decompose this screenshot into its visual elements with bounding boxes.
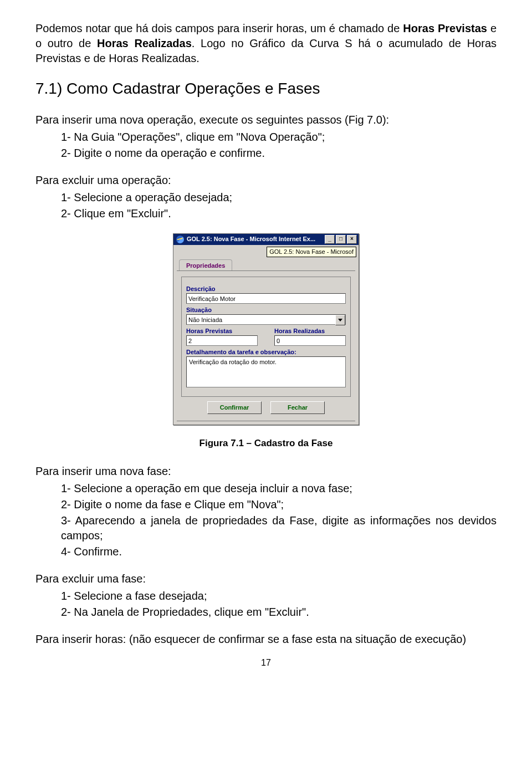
paragraph-1: Podemos notar que há dois campos para in… xyxy=(35,21,497,66)
tab-row: Propriedades xyxy=(173,257,359,271)
list-item: 2- Digite o nome da fase e Clique em "No… xyxy=(61,497,497,512)
situacao-value[interactable] xyxy=(186,314,346,325)
chevron-down-icon xyxy=(338,319,342,321)
list-item: 1- Na Guia "Operações", clique em "Nova … xyxy=(61,130,497,145)
label-descricao: Descrição xyxy=(186,285,346,293)
figure-caption: Figura 7.1 – Cadastro da Fase xyxy=(35,437,497,450)
section-heading: 7.1) Como Cadastrar Operações e Fases xyxy=(35,78,497,99)
label-situacao: Situação xyxy=(186,306,346,314)
titlebar[interactable]: GOL 2.5: Nova Fase - Microsoft Internet … xyxy=(173,234,359,245)
list-item: 2- Digite o nome da operação e confirme. xyxy=(61,146,497,161)
maximize-button[interactable]: □ xyxy=(336,235,346,244)
window-title: GOL 2.5: Nova Fase - Microsoft Internet … xyxy=(187,235,315,243)
dialog-window: GOL 2.5: Nova Fase - Microsoft Internet … xyxy=(173,233,359,425)
list-item: 2- Clique em "Excluir". xyxy=(61,206,497,221)
dropdown-button[interactable] xyxy=(335,315,345,325)
term-horas-previstas: Horas Previstas xyxy=(403,22,487,34)
document-page: Podemos notar que há dois campos para in… xyxy=(0,0,532,686)
close-button[interactable]: × xyxy=(347,235,357,244)
label-detalhamento: Detalhamento da tarefa e observação: xyxy=(186,348,346,356)
form-panel: Descrição Situação Horas Previstas Hor xyxy=(181,277,351,396)
label-horas-previstas: Horas Previstas xyxy=(186,327,258,335)
descricao-input[interactable] xyxy=(186,293,346,304)
fechar-button[interactable]: Fechar xyxy=(270,401,325,414)
list-item: 1- Selecione a operação desejada; xyxy=(61,190,497,205)
list-item: 4- Confirme. xyxy=(61,544,497,559)
list-item: 3- Aparecendo a janela de propriedades d… xyxy=(61,513,497,543)
list-item: 1- Selecione a operação em que deseja in… xyxy=(61,481,497,496)
list-item: 1- Selecione a fase desejada; xyxy=(61,589,497,604)
list-item: 2- Na Janela de Propriedades, clique em … xyxy=(61,605,497,620)
detalhamento-textarea[interactable] xyxy=(186,356,346,387)
paragraph-2: Para inserir uma nova operação, execute … xyxy=(35,113,497,127)
ordered-list-4: 1- Selecione a fase desejada; 2- Na Jane… xyxy=(61,589,497,620)
horas-previstas-input[interactable] xyxy=(186,335,258,346)
paragraph-3: Para excluir uma operação: xyxy=(35,173,497,188)
minimize-button[interactable]: _ xyxy=(325,235,335,244)
label-horas-realizadas: Horas Realizadas xyxy=(274,327,346,335)
button-row: Confirmar Fechar xyxy=(173,401,359,414)
ie-icon xyxy=(176,236,184,243)
paragraph-6: Para inserir horas: (não esquecer de con… xyxy=(35,632,497,647)
tab-propriedades[interactable]: Propriedades xyxy=(179,259,232,271)
horas-realizadas-input[interactable] xyxy=(274,335,346,346)
confirmar-button[interactable]: Confirmar xyxy=(207,401,262,414)
divider xyxy=(177,270,355,271)
ordered-list-3: 1- Selecione a operação em que deseja in… xyxy=(61,481,497,559)
text: Podemos notar que há dois campos para in… xyxy=(35,22,403,34)
situacao-select[interactable] xyxy=(186,314,346,325)
tooltip-bar: GOL 2.5: Nova Fase - Microsof xyxy=(173,245,359,257)
figure-wrap: GOL 2.5: Nova Fase - Microsoft Internet … xyxy=(35,233,497,425)
divider xyxy=(177,421,355,421)
paragraph-5: Para excluir uma fase: xyxy=(35,571,497,586)
paragraph-4: Para inserir uma nova fase: xyxy=(35,464,497,479)
tooltip: GOL 2.5: Nova Fase - Microsof xyxy=(267,247,356,257)
ordered-list-1: 1- Na Guia "Operações", clique em "Nova … xyxy=(61,130,497,161)
term-horas-realizadas: Horas Realizadas xyxy=(97,37,192,49)
page-number: 17 xyxy=(35,657,497,669)
ordered-list-2: 1- Selecione a operação desejada; 2- Cli… xyxy=(61,190,497,221)
